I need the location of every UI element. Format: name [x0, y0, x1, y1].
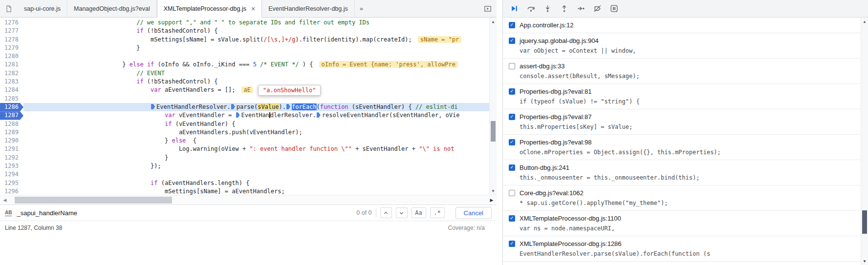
breakpoint-line-number[interactable]: 1286 [0, 103, 23, 111]
line-number[interactable]: 1295 [0, 179, 23, 187]
code-line[interactable]: }); [23, 162, 489, 170]
resume-icon[interactable] [508, 2, 521, 15]
next-match-button[interactable] [396, 207, 408, 218]
breakpoints-scroll-thumb[interactable] [862, 210, 867, 234]
code-line[interactable] [23, 95, 489, 103]
code-line[interactable]: EventHandlerResolver.parse(sValue).forEa… [23, 103, 489, 111]
code-line[interactable]: var aEventHandlers = [];aE [23, 86, 489, 94]
breakpoint-checkbox[interactable]: ✓ [509, 38, 515, 44]
vertical-scroll-thumb[interactable] [491, 121, 496, 142]
line-number[interactable]: 1292 [0, 154, 23, 162]
code-line[interactable]: Log.warning(oView + ": event handler fun… [23, 145, 489, 153]
line-number[interactable]: 1280 [0, 52, 23, 61]
code-line[interactable]: if (!bStashedControl) { [23, 78, 489, 86]
breakpoint-entry[interactable]: ✓Properties-dbg.js?eval:98oClone.mProper… [503, 135, 861, 160]
tab-eventhandlerresolver[interactable]: EventHandlerResolver-dbg.js [262, 0, 355, 17]
previous-match-button[interactable] [380, 207, 392, 218]
line-number[interactable]: 1296 [0, 187, 23, 195]
line-number[interactable]: 1294 [0, 170, 23, 179]
file-icon[interactable] [0, 0, 18, 17]
horizontal-scroll-thumb[interactable] [15, 197, 172, 204]
line-number[interactable]: 1283 [0, 78, 23, 86]
inline-breakpoint-icon[interactable] [317, 112, 321, 118]
code-line[interactable] [23, 170, 489, 179]
code-line[interactable]: if (aEventHandlers.length) { [23, 179, 489, 187]
inline-breakpoint-icon[interactable] [286, 104, 290, 109]
breakpoint-entry[interactable]: Core-dbg.js?eval:1062* sap.ui.getCore().… [503, 185, 861, 211]
panel-toggle-icon[interactable] [479, 0, 497, 17]
scroll-up-icon[interactable]: ▲ [490, 18, 497, 25]
breakpoint-line-number[interactable]: 1287 [0, 111, 23, 120]
breakpoint-checkbox[interactable] [509, 190, 515, 196]
line-number[interactable]: 1278 [0, 36, 23, 44]
breakpoint-entry[interactable]: assert-dbg.js:33console.assert(bResult, … [503, 59, 861, 84]
code-line[interactable]: } [23, 44, 489, 52]
breakpoint-checkbox[interactable]: ✓ [509, 114, 515, 120]
line-number[interactable]: 1277 [0, 27, 23, 35]
line-number[interactable]: 1289 [0, 128, 23, 137]
code-line[interactable]: } else { [23, 137, 489, 145]
scroll-right-icon[interactable]: ▶ [487, 195, 497, 204]
close-icon[interactable]: × [251, 5, 255, 12]
line-number[interactable]: 1290 [0, 137, 23, 145]
match-case-button[interactable]: Aa [412, 207, 426, 218]
line-number[interactable]: 1282 [0, 69, 23, 78]
code-line[interactable]: if (vEventHandler) { [23, 120, 489, 128]
line-number[interactable]: 1281 [0, 61, 23, 69]
line-number[interactable]: 1293 [0, 162, 23, 170]
regex-button[interactable]: .* [430, 207, 445, 218]
scroll-down-icon[interactable]: ▼ [490, 187, 497, 195]
deactivate-breakpoints-icon[interactable] [591, 2, 604, 15]
line-number[interactable]: 1291 [0, 145, 23, 153]
code-line[interactable]: // we support "," and " " to separate ID… [23, 19, 489, 27]
line-number[interactable]: 1276 [0, 19, 23, 27]
line-number[interactable]: 1285 [0, 95, 23, 103]
search-input[interactable] [16, 209, 352, 217]
step-over-icon[interactable] [524, 2, 537, 15]
breakpoint-checkbox[interactable] [509, 63, 515, 69]
gutter[interactable]: 1276127712781279128012811282128312841285… [0, 18, 23, 195]
breakpoint-checkbox[interactable]: ✓ [509, 164, 515, 171]
breakpoint-entry[interactable]: ✓Properties-dbg.js?eval:81if (typeof (sV… [503, 84, 861, 109]
pane-splitter[interactable] [497, 0, 502, 265]
breakpoints-scrollbar[interactable]: ▲ ▼ [861, 18, 868, 265]
code-editor[interactable]: 1276127712781279128012811282128312841285… [0, 18, 497, 195]
breakpoint-checkbox[interactable]: ✓ [509, 88, 515, 95]
step-into-icon[interactable] [541, 2, 554, 15]
breakpoint-checkbox[interactable]: ✓ [509, 241, 515, 247]
editor-vertical-scrollbar[interactable]: ▲ ▼ [489, 18, 497, 195]
code-line[interactable]: aEventHandlers.push(vEventHandler); [23, 128, 489, 137]
scroll-up-icon[interactable]: ▲ [861, 18, 868, 25]
tab-xmltemplateprocessor[interactable]: XMLTemplateProcessor-dbg.js × [157, 0, 262, 18]
tab-sap-ui-core[interactable]: sap-ui-core.js [18, 0, 67, 17]
breakpoint-entry[interactable]: ✓App.controller.js:12 [503, 18, 861, 33]
line-number[interactable]: 1288 [0, 120, 23, 128]
inline-breakpoint-icon[interactable] [231, 104, 235, 109]
inline-breakpoint-icon[interactable] [236, 112, 240, 118]
code-lines[interactable]: // we support "," and " " to separate ID… [23, 18, 489, 195]
breakpoint-entry[interactable]: ✓XMLTemplateProcessor-dbg.js:1286EventHa… [503, 236, 861, 262]
breakpoint-checkbox[interactable]: ✓ [509, 22, 515, 28]
code-line[interactable]: if (!bStashedControl) { [23, 27, 489, 35]
scroll-down-icon[interactable]: ▼ [861, 257, 868, 265]
editor-horizontal-scrollbar[interactable]: ◀ ▶ [0, 195, 497, 204]
breakpoint-entry[interactable]: ✓XMLTemplateProcessor-dbg.js:1100var ns … [503, 211, 861, 236]
code-line[interactable]: } else if (oInfo && oInfo._iKind === 5 /… [23, 61, 489, 69]
step-icon[interactable] [574, 2, 587, 15]
code-line[interactable] [23, 52, 489, 61]
scroll-left-icon[interactable]: ◀ [0, 195, 10, 204]
breakpoint-entry[interactable]: ✓jquery.sap.global-dbg.js:904var oObject… [503, 33, 861, 59]
breakpoint-entry[interactable]: ✓Properties-dbg.js?eval:87this.mProperti… [503, 109, 861, 135]
breakpoint-entry[interactable]: ✓Button-dbg.js:241this._onmouseenter = t… [503, 160, 861, 185]
code-line[interactable]: mSettings[sName] = aEventHandlers; [23, 187, 489, 195]
line-number[interactable]: 1284 [0, 86, 23, 94]
line-number[interactable]: 1279 [0, 44, 23, 52]
tab-managedobject[interactable]: ManagedObject-dbg.js?eval [67, 0, 157, 17]
pause-on-exceptions-icon[interactable] [608, 2, 620, 15]
code-line[interactable]: var vEventHandler = EventHandlerResolver… [23, 111, 489, 120]
tab-overflow-chevron[interactable]: » [355, 0, 368, 17]
code-line[interactable]: } [23, 154, 489, 162]
code-line[interactable]: // EVENT [23, 69, 489, 78]
cancel-button[interactable]: Cancel [456, 207, 492, 219]
breakpoint-checkbox[interactable]: ✓ [509, 139, 515, 145]
